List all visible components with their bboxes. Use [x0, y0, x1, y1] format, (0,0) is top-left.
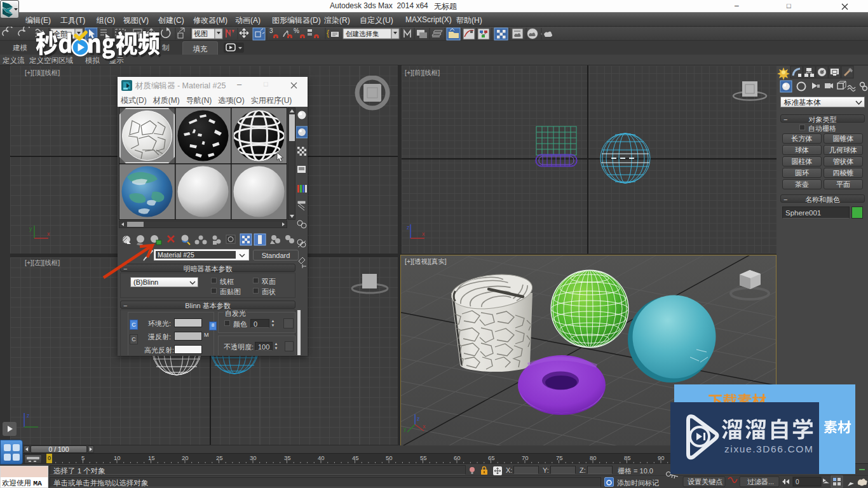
svg-text:{: {: [327, 29, 329, 37]
svg-text:70: 70: [522, 454, 529, 461]
svg-text:x: x: [47, 231, 50, 237]
svg-text:25: 25: [216, 454, 223, 461]
svg-text:90: 90: [658, 454, 665, 461]
svg-text:z: z: [27, 412, 30, 419]
svg-text:创建选择集: 创建选择集: [346, 30, 379, 37]
svg-text:85: 85: [624, 454, 631, 461]
svg-text:z: z: [417, 416, 420, 422]
svg-text:z: z: [407, 224, 410, 231]
svg-text:3: 3: [269, 27, 273, 34]
svg-text:过滤器...: 过滤器...: [747, 478, 774, 485]
svg-text:x: x: [422, 231, 425, 237]
svg-text:65: 65: [488, 454, 495, 461]
svg-text:10: 10: [114, 454, 121, 461]
svg-text:35: 35: [284, 454, 291, 461]
svg-text:x: x: [423, 423, 426, 430]
svg-text:55: 55: [420, 454, 427, 461]
svg-text:50: 50: [386, 454, 393, 461]
svg-text:y: y: [403, 426, 407, 432]
svg-text:%: %: [294, 27, 299, 34]
svg-text:20: 20: [182, 454, 189, 461]
svg-text:0: 0: [796, 478, 799, 485]
svg-text:y: y: [29, 226, 32, 232]
svg-text:75: 75: [556, 454, 563, 461]
svg-text:30: 30: [250, 454, 257, 461]
svg-text:60: 60: [454, 454, 461, 461]
svg-text:40: 40: [318, 454, 325, 461]
svg-text:设置关键点: 设置关键点: [688, 478, 722, 485]
svg-text:15: 15: [148, 454, 155, 461]
svg-text:45: 45: [352, 454, 359, 461]
svg-text:5: 5: [81, 454, 85, 461]
svg-text:80: 80: [590, 454, 597, 461]
